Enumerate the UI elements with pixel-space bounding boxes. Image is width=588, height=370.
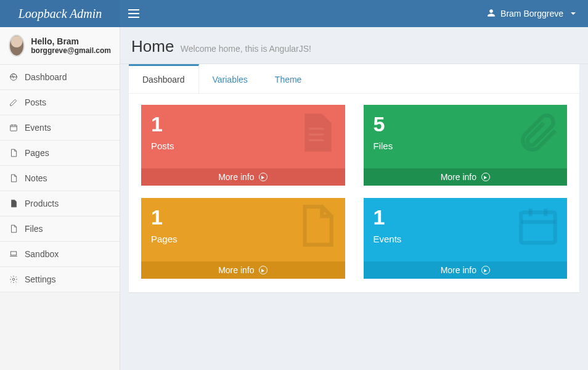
file-icon [9, 174, 18, 183]
avatar [9, 35, 25, 57]
arrow-right-icon [259, 173, 267, 181]
hamburger-icon [128, 9, 139, 18]
sidebar-item-pages[interactable]: Pages [0, 141, 120, 166]
sidebar-item-label: Files [25, 224, 43, 234]
edit-icon [9, 98, 18, 107]
sidebar-item-label: Events [25, 123, 51, 133]
sidebar-item-label: Dashboard [25, 72, 67, 82]
file-solid-icon [9, 199, 18, 208]
user-panel: Hello, Bram borggreve@gmail.com [0, 27, 120, 65]
sidebar-item-settings[interactable]: Settings [0, 267, 120, 292]
header: Loopback Admin Bram Borggreve [0, 0, 588, 27]
svg-rect-1 [10, 125, 17, 131]
page-icon [293, 203, 339, 251]
laptop-icon [9, 250, 18, 258]
sidebar-item-label: Posts [25, 97, 46, 107]
card-files: 5 Files More info [364, 105, 568, 186]
sidebar-item-label: Settings [25, 274, 56, 284]
sidebar-item-label: Pages [25, 148, 49, 158]
sidebar-item-label: Sandbox [25, 249, 59, 259]
page-subtitle: Welcome home, this is AngularJS! [181, 44, 311, 54]
file-icon [9, 224, 18, 233]
greeting: Hello, Bram [31, 36, 111, 46]
arrow-right-icon [481, 173, 490, 181]
caret-down-icon [571, 12, 576, 15]
card-pages: 1 Pages More info [141, 198, 345, 279]
tab-variables[interactable]: Variables [199, 66, 261, 93]
sidebar-item-sandbox[interactable]: Sandbox [0, 242, 120, 267]
dashboard-icon [9, 73, 18, 81]
page-title: Home [131, 37, 174, 56]
main-content: Home Welcome home, this is AngularJS! Da… [120, 27, 588, 370]
card-posts: 1 Posts More info [141, 105, 345, 186]
sidebar-item-files[interactable]: Files [0, 216, 120, 242]
arrow-right-icon [259, 266, 267, 274]
tab-theme[interactable]: Theme [261, 66, 316, 93]
file-icon [9, 149, 18, 157]
card-events: 1 Events More info [364, 198, 568, 279]
menu-toggle-button[interactable] [120, 0, 147, 27]
sidebar-item-events[interactable]: Events [0, 115, 120, 141]
sidebar: Hello, Bram borggreve@gmail.com Dashboar… [0, 27, 120, 370]
sidebar-item-posts[interactable]: Posts [0, 90, 120, 115]
brand-logo[interactable]: Loopback Admin [0, 0, 120, 27]
svg-rect-4 [521, 212, 555, 242]
sidebar-item-dashboard[interactable]: Dashboard [0, 65, 120, 90]
header-username: Bram Borggreve [500, 9, 563, 18]
user-menu[interactable]: Bram Borggreve [487, 9, 588, 19]
tabs: Dashboard Variables Theme [129, 66, 579, 94]
page-header: Home Welcome home, this is AngularJS! [120, 27, 588, 64]
card-more-link[interactable]: More info [141, 168, 345, 186]
gear-icon [9, 275, 18, 284]
sidebar-item-notes[interactable]: Notes [0, 166, 120, 191]
tab-dashboard[interactable]: Dashboard [129, 64, 199, 93]
svg-point-3 [12, 278, 15, 281]
dashboard-panel: Dashboard Variables Theme 1 Posts Mor [129, 64, 579, 292]
arrow-right-icon [481, 266, 490, 274]
card-more-link[interactable]: More info [364, 261, 568, 279]
sidebar-item-products[interactable]: Products [0, 191, 120, 216]
user-icon [487, 9, 496, 19]
calendar-icon [515, 203, 561, 251]
user-email: borggreve@gmail.com [31, 46, 111, 55]
sidebar-item-label: Products [25, 199, 59, 208]
card-more-link[interactable]: More info [141, 261, 345, 279]
svg-rect-2 [10, 252, 16, 255]
sidebar-item-label: Notes [25, 173, 47, 183]
card-more-link[interactable]: More info [364, 168, 568, 186]
calendar-icon [9, 123, 18, 132]
paperclip-icon [515, 110, 561, 158]
document-icon [293, 110, 339, 158]
